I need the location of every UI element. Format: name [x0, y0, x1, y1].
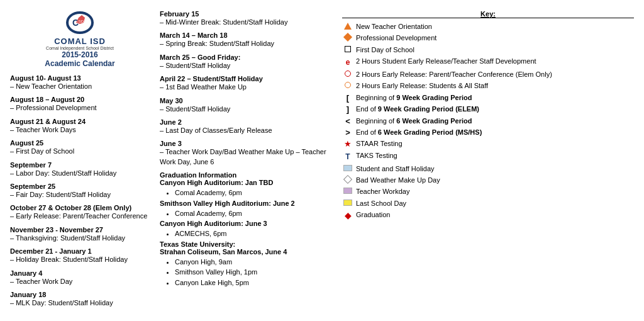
key-item-label: End of 9 Week Grading Period (ELEM)	[356, 104, 634, 114]
key-icon-bracket-open: [	[342, 94, 353, 102]
graduation-content: Graduation InformationCanyon High Audito…	[160, 171, 332, 288]
col1-section: September 25– Fair Day: Student/Staff Ho…	[10, 183, 150, 200]
date-header: September 7	[10, 161, 150, 169]
key-item: ★STAAR Testing	[342, 139, 634, 149]
date-header: August 21 & August 24	[10, 118, 150, 125]
date-header: May 30	[160, 97, 332, 104]
greater-than-icon: >	[345, 128, 350, 137]
col2-content: February 15– Mid-Winter Break: Student/S…	[160, 10, 332, 167]
school-sub: Comal Independent School District	[10, 46, 150, 50]
graduation-bullets: Comal Academy, 6pm	[160, 188, 332, 198]
key-icon-diamond-orange	[342, 34, 353, 40]
key-item: Teacher Workday	[342, 187, 634, 196]
key-icon-circle-orange	[342, 82, 353, 88]
calendar-entry: – Thanksgiving: Student/Staff Holiday	[10, 234, 150, 243]
key-icon-star: ★	[342, 140, 353, 148]
calendar-entry: – Mid-Winter Break: Student/Staff Holida…	[160, 18, 332, 27]
calendar-entry: – Teacher Work Days	[10, 125, 150, 135]
star-icon: ★	[344, 140, 352, 148]
year-label: 2015-2016	[10, 50, 150, 59]
date-header: February 15	[160, 10, 332, 18]
key-item-label: STAAR Testing	[356, 139, 634, 149]
circle-orange-icon	[345, 82, 351, 88]
col2-section: March 25 – Good Friday:– Student/Staff H…	[160, 54, 332, 70]
key-item-label: Teacher Workday	[356, 187, 634, 196]
calendar-entry: – Student/Staff Holiday	[160, 104, 332, 114]
key-item: Professional Development	[342, 33, 634, 43]
graduation-venue: Smithson Valley High Auditorium: June 2	[160, 200, 332, 207]
key-item: ]End of 9 Week Grading Period (ELEM)	[342, 104, 634, 114]
date-header: March 25 – Good Friday:	[160, 54, 332, 61]
col1-section: October 27 & October 28 (Elem Only)– Ear…	[10, 204, 150, 221]
calendar-entry: – Spring Break: Student/Staff Holiday	[160, 39, 332, 48]
key-icon-circle-red	[342, 70, 353, 77]
graduation-bullet-item: Canyon Lake High, 5pm	[175, 278, 332, 288]
calendar-entry: – Fair Day: Student/Staff Holiday	[10, 190, 150, 200]
key-item-label: Last School Day	[356, 199, 634, 208]
graduation-bullets: ACMECHS, 6pm	[160, 228, 332, 239]
key-icon-bracket-close: ]	[342, 105, 353, 113]
calendar-entry: – Student/Staff Holiday	[160, 61, 332, 70]
col1-section: August 10- August 13– New Teacher Orient…	[10, 74, 150, 91]
key-item: [Beginning of 9 Week Grading Period	[342, 93, 634, 103]
key-item: New Teacher Orientation	[342, 22, 634, 31]
col1-section: November 23 - November 27– Thanksgiving:…	[10, 226, 150, 243]
school-logo: C ISD	[55, 10, 105, 38]
key-item-label: Beginning of 6 Week Grading Period	[356, 116, 634, 126]
calendar-entry: – Professional Development	[10, 103, 150, 113]
date-header: September 25	[10, 183, 150, 190]
date-header: March 14 – March 18	[160, 31, 332, 39]
calendar-entry: – Holiday Break: Student/Staff Holiday	[10, 255, 150, 264]
key-item-label: 2 Hours Early Release: Students & All St…	[356, 81, 634, 91]
calendar-entry: – Early Release: Parent/Teacher Conferen…	[10, 211, 150, 221]
date-header: April 22 – Student/Staff Holiday	[160, 75, 332, 82]
yellow-swatch-icon	[343, 200, 352, 206]
calendar-entry: – Labor Day: Student/Staff Holiday	[10, 169, 150, 178]
date-header: December 21 - January 1	[10, 247, 150, 255]
calendar-entry: – New Teacher Orientation	[10, 82, 150, 91]
col1-section: January 18– MLK Day: Student/Staff Holid…	[10, 291, 150, 308]
col2-section: May 30– Student/Staff Holiday	[160, 97, 332, 114]
key-icon-swatch-yellow	[342, 200, 353, 206]
date-header: June 2	[160, 118, 332, 126]
date-header: August 25	[10, 139, 150, 147]
column-3: Key: New Teacher OrientationProfessional…	[337, 10, 634, 312]
school-name: COMAL ISD	[10, 37, 150, 46]
key-item-label: 2 Hours Student Early Release/Teacher St…	[356, 57, 634, 66]
key-item: Last School Day	[342, 199, 634, 208]
key-icon-red-dot: ◆	[342, 211, 353, 220]
red-dot-icon: ◆	[345, 211, 352, 220]
key-item-label: Student and Staff Holiday	[356, 164, 634, 174]
key-item-label: 2 Hours Early Release: Parent/Teacher Co…	[356, 70, 634, 79]
calendar-entry: – MLK Day: Student/Staff Holiday	[10, 298, 150, 308]
date-header: January 4	[10, 269, 150, 277]
graduation-bullet-item: Canyon High, 9am	[175, 257, 332, 268]
key-content: New Teacher OrientationProfessional Deve…	[342, 22, 634, 220]
key-item-label: Bad Weather Make Up Day	[356, 176, 634, 185]
col2-section: June 2– Last Day of Classes/Early Releas…	[160, 118, 332, 135]
key-icon-swatch-diamond	[342, 176, 353, 183]
bracket-open-icon: [	[347, 94, 349, 102]
graduation-bullet-item: Comal Academy, 6pm	[175, 188, 332, 198]
graduation-sub-venue: Strahan Coliseum, San Marcos, June 4	[160, 248, 332, 256]
graduation-venue: Canyon High Auditorium: June 3	[160, 220, 332, 227]
graduation-bullet-item: ACMECHS, 6pm	[175, 228, 332, 239]
key-title: Key:	[342, 10, 634, 18]
date-header: August 18 – August 20	[10, 96, 150, 103]
diamond-orange-icon	[343, 33, 352, 42]
date-header: November 23 - November 27	[10, 226, 150, 234]
blue-swatch-icon	[343, 165, 352, 171]
col2-section: February 15– Mid-Winter Break: Student/S…	[160, 10, 332, 27]
graduation-bullet-item: Comal Academy, 6pm	[175, 208, 332, 219]
calendar-entry: – 1st Bad Weather Make Up	[160, 82, 332, 92]
col2-section: March 14 – March 18– Spring Break: Stude…	[160, 31, 332, 48]
key-item: e2 Hours Student Early Release/Teacher S…	[342, 57, 634, 68]
col1-section: January 4– Teacher Work Day	[10, 269, 150, 286]
graduation-bullet-item: Smithson Valley High, 1pm	[175, 267, 332, 278]
date-header: October 27 & October 28 (Elem Only)	[10, 204, 150, 211]
graduation-bullets: Comal Academy, 6pm	[160, 208, 332, 219]
key-item: First Day of School	[342, 45, 634, 55]
key-item: Student and Staff Holiday	[342, 164, 634, 174]
calendar-entry: – First Day of School	[10, 147, 150, 156]
less-than-icon: <	[345, 117, 350, 125]
